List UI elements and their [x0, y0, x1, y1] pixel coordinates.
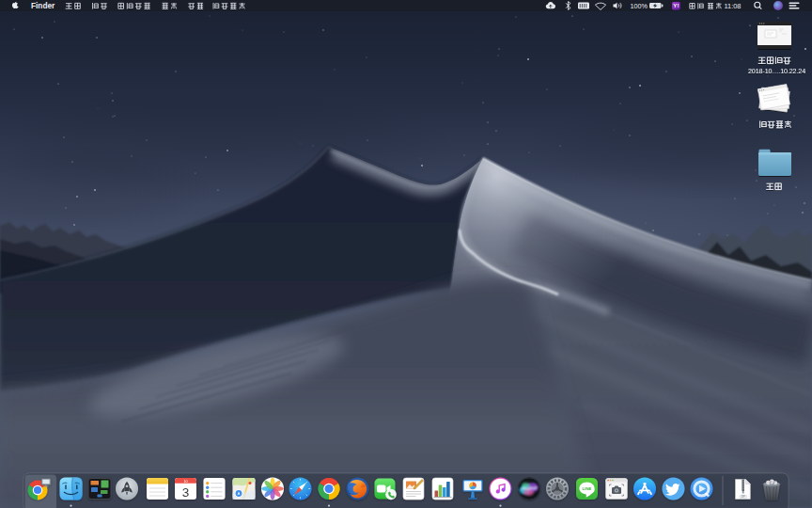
svg-text:ZIP: ZIP [742, 495, 745, 499]
svg-text:2018-10….10.22.24: 2018-10….10.22.24 [748, 67, 805, 75]
svg-text:10: 10 [183, 480, 187, 484]
svg-text:Y!: Y! [673, 2, 679, 8]
svg-text:LINE: LINE [582, 486, 591, 491]
svg-text:3: 3 [182, 485, 190, 500]
